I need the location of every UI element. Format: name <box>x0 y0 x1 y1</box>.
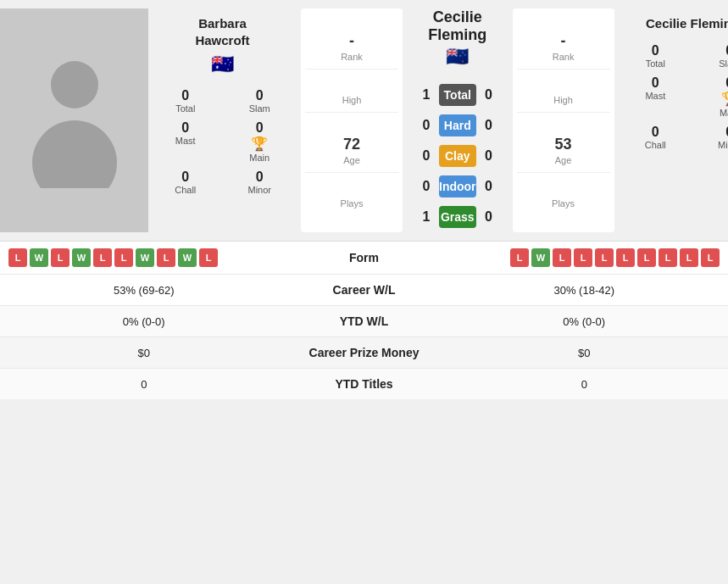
right-player-info: Cecilie Fleming 0 Total 0 Slam 0 Mast 0 … <box>619 8 728 232</box>
right-total-value: 0 <box>652 43 659 58</box>
left-prize: $0 <box>8 347 280 359</box>
form-badge: L <box>93 248 112 267</box>
form-badge: L <box>616 248 635 267</box>
ytd-titles-label: YTD Titles <box>280 377 449 391</box>
form-badge: L <box>157 248 175 267</box>
right-player-name: Cecilie Fleming <box>646 15 728 32</box>
right-high-label: High <box>517 95 610 105</box>
left-form-badges: LWLWLLWLWL <box>8 248 218 267</box>
left-ytd-titles: 0 <box>8 378 280 391</box>
left-stats-grid: 0 Total 0 Slam 0 Mast 0 🏆 Main 0 <box>153 86 292 197</box>
left-total-label: Total <box>175 103 195 114</box>
left-total-value: 0 <box>181 88 189 103</box>
prize-row: $0 Career Prize Money $0 <box>0 336 728 368</box>
right-minor-cell: 0 Minor <box>697 122 728 153</box>
right-career-wl: 30% (18-42) <box>449 284 720 297</box>
surface-grass: Grass <box>439 206 476 228</box>
ytd-wl-label: YTD W/L <box>280 314 449 328</box>
right-plays-label: Plays <box>517 198 610 209</box>
left-rank-label: Rank <box>305 52 398 62</box>
score-left-hard: 0 <box>414 118 439 133</box>
right-stats-grid: 0 Total 0 Slam 0 Mast 0 🏆 Main 0 <box>623 41 728 153</box>
main-container: BarbaraHawcroft 🇦🇺 0 Total 0 Slam 0 Mast… <box>0 0 728 399</box>
right-age-block: 53 Age <box>517 129 610 173</box>
form-badge: L <box>553 248 571 267</box>
left-mast-label: Mast <box>175 136 196 146</box>
left-career-wl: 53% (69-62) <box>8 284 280 297</box>
right-minor-label: Minor <box>718 140 728 150</box>
form-badge: L <box>701 248 720 267</box>
right-total-cell: 0 Total <box>623 41 689 71</box>
left-plays-label: Plays <box>305 198 398 209</box>
svg-point-1 <box>32 120 117 188</box>
surface-clay: Clay <box>439 145 476 167</box>
left-age-value: 72 <box>305 136 398 153</box>
left-mast-value: 0 <box>181 120 189 136</box>
score-left-total: 1 <box>414 87 439 103</box>
right-mast-value: 0 <box>652 75 659 91</box>
surface-indoor: Indoor <box>439 175 476 197</box>
left-slam-cell: 0 Slam <box>227 86 293 116</box>
right-mast-label: Mast <box>645 91 665 101</box>
right-form-badges: LWLLLLLLLL <box>510 248 720 267</box>
left-high-label: High <box>305 95 398 105</box>
left-plays-block: Plays <box>305 190 398 215</box>
score-left-grass: 1 <box>414 209 439 225</box>
left-center-stats: - Rank High 72 Age Plays <box>301 8 403 232</box>
left-chall-cell: 0 Chall <box>153 167 219 197</box>
left-age-block: 72 Age <box>305 129 398 173</box>
top-section: BarbaraHawcroft 🇦🇺 0 Total 0 Slam 0 Mast… <box>0 0 728 241</box>
right-age-value: 53 <box>517 136 610 153</box>
left-avatar <box>0 8 148 232</box>
score-row-hard: 0 Hard 0 <box>414 114 502 136</box>
left-main-cell: 0 🏆 Main <box>227 118 293 165</box>
left-total-cell: 0 Total <box>153 86 219 116</box>
form-badge: L <box>680 248 698 267</box>
right-prize: $0 <box>449 347 720 359</box>
left-chall-label: Chall <box>175 185 196 195</box>
left-minor-value: 0 <box>256 170 264 185</box>
score-left-clay: 0 <box>414 148 439 164</box>
right-main-label: Main <box>720 108 728 118</box>
left-high-block: High <box>305 86 398 113</box>
right-high-block: High <box>517 86 610 113</box>
form-badge: W <box>72 248 91 267</box>
left-main-value: 0 <box>256 120 264 136</box>
left-minor-cell: 0 Minor <box>227 167 293 197</box>
form-badge: W <box>531 248 550 267</box>
right-rank-block: - Rank <box>517 25 610 70</box>
right-chall-value: 0 <box>652 125 659 140</box>
form-badge: L <box>637 248 656 267</box>
form-badge: L <box>114 248 133 267</box>
score-right-indoor: 0 <box>476 179 502 194</box>
form-label: Form <box>349 251 379 264</box>
right-ytd-titles: 0 <box>449 378 720 391</box>
right-slam-cell: 0 Slam <box>697 41 728 71</box>
left-flag: 🇦🇺 <box>211 53 234 75</box>
middle-section: Cecilie Fleming 🇳🇿 1 Total 0 0 Hard 0 0 … <box>407 8 508 232</box>
right-age-label: Age <box>517 155 610 165</box>
form-badge: L <box>595 248 614 267</box>
score-row-indoor: 0 Indoor 0 <box>414 175 502 197</box>
left-slam-value: 0 <box>256 88 264 103</box>
right-mast-cell: 0 Mast <box>623 73 689 120</box>
form-badge: L <box>659 248 677 267</box>
left-rank-value: - <box>305 32 398 50</box>
score-right-hard: 0 <box>476 118 502 133</box>
right-main-cell: 0 🏆 Main <box>697 73 728 120</box>
left-player-info: BarbaraHawcroft 🇦🇺 0 Total 0 Slam 0 Mast… <box>148 8 297 232</box>
right-chall-label: Chall <box>645 140 666 150</box>
score-left-indoor: 0 <box>414 179 439 194</box>
right-rank-value: - <box>517 32 610 50</box>
form-badge: L <box>574 248 592 267</box>
left-age-label: Age <box>305 155 398 165</box>
form-badge: L <box>510 248 529 267</box>
score-row-total: 1 Total 0 <box>414 84 502 106</box>
trophy-icon-left: 🏆 <box>251 136 268 152</box>
left-mast-cell: 0 Mast <box>153 118 219 165</box>
right-rank-label: Rank <box>517 52 610 62</box>
right-center-stats: - Rank High 53 Age Plays <box>513 8 614 232</box>
form-badge: L <box>51 248 69 267</box>
left-chall-value: 0 <box>181 170 189 185</box>
right-name-top: Cecilie Fleming 🇳🇿 <box>414 8 502 75</box>
